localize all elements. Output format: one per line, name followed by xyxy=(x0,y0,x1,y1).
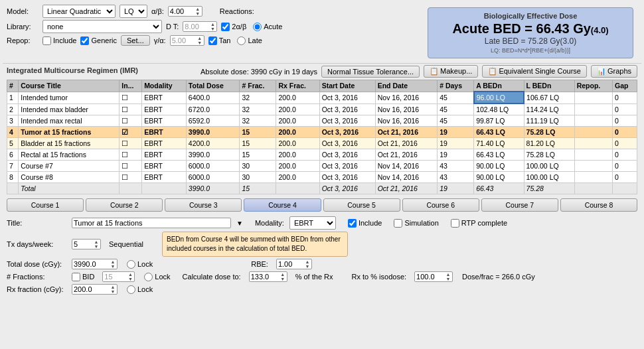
equiv-course-btn[interactable]: 📋Equivalent Single Course xyxy=(482,65,587,78)
lq-select[interactable]: LQ xyxy=(120,5,147,18)
tx-days-label: Tx days/week: xyxy=(7,240,66,248)
title-input[interactable] xyxy=(72,218,231,228)
library-select[interactable]: none xyxy=(42,20,162,33)
graphs-btn[interactable]: 📊Graphs xyxy=(591,65,637,78)
alpha-beta-up[interactable]: ▲ xyxy=(194,7,202,11)
course-tab-4[interactable]: Course 4 xyxy=(244,198,321,212)
model-select[interactable]: Linear Quadratic xyxy=(42,5,116,18)
dt-input[interactable]: 8.00 xyxy=(183,22,208,31)
lock-fracs-radio[interactable]: Lock xyxy=(144,273,170,281)
set-button[interactable]: Set... xyxy=(121,35,150,46)
course-tab-1[interactable]: Course 1 xyxy=(7,198,84,212)
alpha-beta-down[interactable]: ▼ xyxy=(194,11,202,16)
table-row[interactable]: 5Bladder at 15 fractions☐EBRT4200.015200… xyxy=(7,138,637,149)
table-row[interactable]: 3Intended max rectal☐EBRT6592.032200.0Oc… xyxy=(7,115,637,127)
col-abed: A BEDn xyxy=(474,80,524,92)
simulation-check[interactable]: Simulation xyxy=(394,219,438,228)
dt-down[interactable]: ▼ xyxy=(208,27,216,31)
title-dropdown-icon[interactable]: ▼ xyxy=(236,220,243,227)
alpha-beta-input[interactable]: 4.00 xyxy=(169,7,194,16)
makeup-btn[interactable]: 📋Makeup... xyxy=(424,65,478,78)
generic-check[interactable]: Generic xyxy=(80,36,117,45)
col-modality: Modality xyxy=(142,80,187,92)
calc-dose-up[interactable]: ▲ xyxy=(279,272,287,277)
total-dose-input[interactable] xyxy=(72,259,109,269)
rx-frac-up[interactable]: ▲ xyxy=(109,285,117,289)
rbe-input[interactable] xyxy=(277,259,303,269)
gamma-alpha-label: γ/α: xyxy=(154,36,166,44)
course-tab-6[interactable]: Course 6 xyxy=(402,198,479,212)
gamma-up[interactable]: ▲ xyxy=(196,36,204,40)
model-label: Model: xyxy=(7,7,39,15)
total-dose-down[interactable]: ▼ xyxy=(109,264,117,269)
lock-rx-radio[interactable]: Lock xyxy=(127,285,153,294)
acute-radio[interactable]: Acute xyxy=(253,23,282,31)
rx-isodose-input[interactable] xyxy=(415,272,444,281)
total-dose-up[interactable]: ▲ xyxy=(109,259,117,264)
title-label: Title: xyxy=(7,219,66,227)
two-alpha-beta-check[interactable]: 2α/β xyxy=(221,23,246,31)
bed-box: Biologically Effective Dose Acute BED = … xyxy=(428,7,633,58)
rbe-down[interactable]: ▼ xyxy=(303,264,311,269)
course-tab-8[interactable]: Course 8 xyxy=(560,198,637,212)
modality-select[interactable]: EBRT xyxy=(289,216,336,230)
late-radio[interactable]: Late xyxy=(237,36,262,45)
reactions-label: Reactions: xyxy=(220,7,254,15)
table-row[interactable]: Total3990.015Oct 3, 2016Oct 21, 20161966… xyxy=(7,183,637,194)
include-course-check[interactable]: Include xyxy=(348,219,382,228)
table-row[interactable]: 8Course #8☐EBRT6000.030200.0Oct 3, 2016N… xyxy=(7,172,637,183)
fracs-down[interactable]: ▼ xyxy=(126,277,134,281)
col-num: # xyxy=(7,80,19,92)
alpha-beta-label: α/β: xyxy=(151,7,164,15)
bed-title: Biologically Effective Dose xyxy=(484,12,578,20)
fractions-input[interactable] xyxy=(103,272,126,281)
rx-frac-label: Rx fraction (cGy): xyxy=(7,285,66,293)
tx-days-input[interactable] xyxy=(72,240,92,249)
course-tabs: Course 1Course 2Course 3Course 4Course 5… xyxy=(3,198,641,212)
col-rx-fracs: Rx Frac. xyxy=(276,80,319,92)
tx-days-down[interactable]: ▼ xyxy=(92,244,100,249)
dt-up[interactable]: ▲ xyxy=(208,22,216,27)
isodose-down[interactable]: ▼ xyxy=(444,277,452,281)
course-tab-7[interactable]: Course 7 xyxy=(481,198,558,212)
library-label: Library: xyxy=(7,23,39,31)
repop-label: Repop: xyxy=(7,36,39,44)
fractions-label: # Fractions: xyxy=(7,273,66,281)
table-row[interactable]: 7Course #7☐EBRT6000.030200.0Oct 3, 2016N… xyxy=(7,161,637,172)
gamma-alpha-input[interactable]: 5.00 xyxy=(171,36,196,45)
lq-formula: LQ: BED=N*d*[RBE+(d/(a/b))] xyxy=(491,47,570,54)
course-tab-3[interactable]: Course 3 xyxy=(165,198,242,212)
table-row[interactable]: 4Tumor at 15 fractions☑EBRT3990.015200.0… xyxy=(7,127,637,138)
acute-bed-value: Acute BED = 66.43 Gy(4.0) xyxy=(452,21,608,36)
rx-frac-down[interactable]: ▼ xyxy=(109,289,117,294)
table-row[interactable]: 2Intended max bladder☐EBRT6720.032200.0O… xyxy=(7,104,637,115)
calc-dose-down[interactable]: ▼ xyxy=(279,277,287,281)
table-row[interactable]: 6Rectal at 15 fractions☐EBRT3990.015200.… xyxy=(7,149,637,161)
tan-check[interactable]: Tan xyxy=(208,36,231,45)
late-bed-value: Late BED = 75.28 Gy(3.0) xyxy=(485,36,576,46)
rbe-up[interactable]: ▲ xyxy=(303,259,311,264)
gamma-down[interactable]: ▼ xyxy=(196,40,204,45)
total-dose-label: Total dose (cGy): xyxy=(7,260,66,268)
rx-frac-input[interactable] xyxy=(72,285,109,294)
table-row[interactable]: 1Intended tumor☐EBRT6400.032200.0Oct 3, … xyxy=(7,92,637,104)
course-tab-5[interactable]: Course 5 xyxy=(323,198,400,212)
calc-dose-input[interactable] xyxy=(250,272,279,281)
course-tab-2[interactable]: Course 2 xyxy=(86,198,163,212)
dose-frac-label: Dose/frac = 266.0 cGy xyxy=(462,273,535,281)
course-table: # Course Title In... Modality Total Dose… xyxy=(7,80,637,194)
bid-check[interactable]: BID xyxy=(72,273,94,281)
col-title: Course Title xyxy=(19,80,120,92)
tx-days-up[interactable]: ▲ xyxy=(92,240,100,244)
isodose-up[interactable]: ▲ xyxy=(444,272,452,277)
include-check[interactable]: Include xyxy=(42,36,76,45)
col-repop: Repop. xyxy=(574,80,612,92)
col-gap: Gap xyxy=(613,80,637,92)
rtp-check[interactable]: RTP complete xyxy=(451,219,507,228)
normal-tissue-btn[interactable]: Normal Tissue Tolerance... xyxy=(321,66,420,78)
lock-total-radio[interactable]: Lock xyxy=(127,260,153,269)
col-lbed: L BEDn xyxy=(524,80,574,92)
fracs-up[interactable]: ▲ xyxy=(126,272,134,277)
calc-dose-label: Calculate dose to: xyxy=(183,273,241,281)
sequential-label: Sequential xyxy=(109,240,143,248)
